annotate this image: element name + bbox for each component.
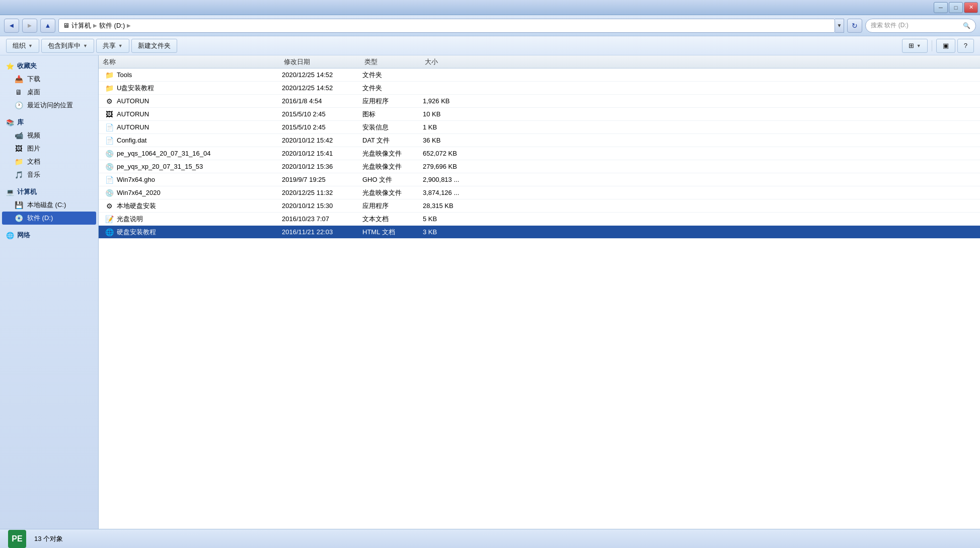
file-size: 3,874,126 ... — [423, 189, 483, 196]
toolbar-separator — [932, 40, 932, 51]
file-size: 1 KB — [423, 123, 483, 131]
back-button[interactable]: ◄ — [4, 19, 19, 33]
sidebar-favorites-header[interactable]: ⭐ 收藏夹 — [2, 59, 96, 73]
localc-icon: 💾 — [14, 200, 23, 210]
music-icon: 🎵 — [14, 170, 23, 179]
sidebar-item-localc[interactable]: 💾 本地磁盘 (C:) — [2, 198, 96, 212]
view-icon: ⊞ — [909, 42, 914, 49]
new-folder-label: 新建文件夹 — [138, 41, 171, 50]
col-header-name[interactable]: 名称 — [101, 57, 282, 66]
organize-dropdown-arrow: ▼ — [28, 43, 33, 48]
include-library-button[interactable]: 包含到库中 ▼ — [41, 39, 94, 53]
view-button[interactable]: ⊞ ▼ — [902, 39, 928, 53]
table-row[interactable]: 📄 AUTORUN 2015/5/10 2:45 安装信息 1 KB — [99, 121, 980, 134]
computer-breadcrumb-text[interactable]: 计算机 — [71, 21, 91, 30]
up-button[interactable]: ▲ — [40, 19, 55, 33]
organize-button[interactable]: 组织 ▼ — [6, 39, 39, 53]
download-icon: 📥 — [14, 75, 23, 84]
file-name: Win7x64_2020 — [117, 189, 161, 196]
file-icon: 💿 — [105, 162, 114, 171]
sidebar-item-desktop[interactable]: 🖥 桌面 — [2, 86, 96, 99]
status-logo: PE — [8, 530, 26, 548]
refresh-button[interactable]: ↻ — [847, 19, 862, 33]
col-header-date[interactable]: 修改日期 — [282, 57, 362, 66]
sidebar-computer-section: 💻 计算机 💾 本地磁盘 (C:) 💿 软件 (D:) — [2, 185, 96, 225]
table-row[interactable]: 🌐 硬盘安装教程 2016/11/21 22:03 HTML 文档 3 KB — [99, 226, 980, 239]
preview-icon: ▣ — [943, 42, 949, 49]
download-label: 下载 — [27, 75, 40, 84]
maximize-button[interactable]: □ — [949, 2, 963, 13]
file-icon: 📄 — [105, 136, 114, 145]
table-row[interactable]: ⚙ AUTORUN 2016/1/8 4:54 应用程序 1,926 KB — [99, 95, 980, 108]
file-name: Win7x64.gho — [117, 176, 155, 183]
file-type: 文本文档 — [362, 215, 423, 224]
file-size: 10 KB — [423, 110, 483, 118]
computer-icon: 💻 — [6, 188, 14, 196]
file-date: 2019/9/7 19:25 — [282, 176, 362, 183]
include-library-dropdown-arrow: ▼ — [83, 43, 88, 48]
file-list: 📁 Tools 2020/12/25 14:52 文件夹 📁 U盘安装教程 20… — [99, 68, 980, 529]
sidebar-network-header[interactable]: 🌐 网络 — [2, 229, 96, 242]
sidebar-item-software[interactable]: 💿 软件 (D:) — [2, 212, 96, 225]
file-date: 2016/10/23 7:07 — [282, 215, 362, 223]
forward-button[interactable]: ► — [22, 19, 37, 33]
document-label: 文档 — [27, 157, 40, 166]
picture-icon: 🖼 — [14, 144, 23, 153]
file-name: Tools — [117, 71, 132, 79]
video-icon: 📹 — [14, 131, 23, 140]
table-row[interactable]: 💿 Win7x64_2020 2020/12/25 11:32 光盘映像文件 3… — [99, 186, 980, 199]
sidebar-item-download[interactable]: 📥 下载 — [2, 73, 96, 86]
sidebar-item-picture[interactable]: 🖼 图片 — [2, 142, 96, 155]
recent-icon: 🕐 — [14, 101, 23, 110]
main-layout: ⭐ 收藏夹 📥 下载 🖥 桌面 🕐 最近访问的位置 📚 库 📹 — [0, 55, 980, 529]
file-type: 光盘映像文件 — [362, 149, 423, 158]
sidebar-library-header[interactable]: 📚 库 — [2, 116, 96, 129]
table-row[interactable]: 📄 Win7x64.gho 2019/9/7 19:25 GHO 文件 2,90… — [99, 173, 980, 186]
software-breadcrumb-text[interactable]: 软件 (D:) — [99, 21, 125, 30]
music-label: 音乐 — [27, 170, 40, 179]
table-row[interactable]: 💿 pe_yqs_xp_20_07_31_15_53 2020/10/12 15… — [99, 160, 980, 173]
include-library-label: 包含到库中 — [48, 41, 81, 50]
file-icon: 📁 — [105, 84, 114, 93]
preview-button[interactable]: ▣ — [936, 39, 955, 53]
file-type: 文件夹 — [362, 71, 423, 80]
localc-label: 本地磁盘 (C:) — [27, 200, 66, 210]
table-row[interactable]: 📁 U盘安装教程 2020/12/25 14:52 文件夹 — [99, 82, 980, 95]
search-box[interactable]: 搜索 软件 (D:) 🔍 — [865, 19, 976, 33]
minimize-button[interactable]: ─ — [934, 2, 948, 13]
sidebar-item-video[interactable]: 📹 视频 — [2, 129, 96, 142]
new-folder-button[interactable]: 新建文件夹 — [131, 39, 177, 53]
table-row[interactable]: 🖼 AUTORUN 2015/5/10 2:45 图标 10 KB — [99, 108, 980, 121]
sidebar-item-music[interactable]: 🎵 音乐 — [2, 168, 96, 181]
sidebar: ⭐ 收藏夹 📥 下载 🖥 桌面 🕐 最近访问的位置 📚 库 📹 — [0, 55, 99, 529]
file-type: HTML 文档 — [362, 228, 423, 237]
table-row[interactable]: ⚙ 本地硬盘安装 2020/10/12 15:30 应用程序 28,315 KB — [99, 199, 980, 213]
file-size: 5 KB — [423, 215, 483, 223]
file-icon: 📄 — [105, 123, 114, 132]
close-button[interactable]: ✕ — [964, 2, 978, 13]
document-icon: 📁 — [14, 157, 23, 166]
file-type: 安装信息 — [362, 123, 423, 132]
table-row[interactable]: 💿 pe_yqs_1064_20_07_31_16_04 2020/10/12 … — [99, 147, 980, 160]
col-header-size[interactable]: 大小 — [423, 57, 483, 66]
sidebar-computer-header[interactable]: 💻 计算机 — [2, 185, 96, 198]
col-header-type[interactable]: 类型 — [362, 57, 423, 66]
sidebar-item-recent[interactable]: 🕐 最近访问的位置 — [2, 99, 96, 112]
file-date: 2020/10/12 15:42 — [282, 136, 362, 144]
sidebar-item-document[interactable]: 📁 文档 — [2, 155, 96, 168]
help-button[interactable]: ? — [957, 39, 974, 53]
table-row[interactable]: 📝 光盘说明 2016/10/23 7:07 文本文档 5 KB — [99, 213, 980, 226]
file-size: 1,926 KB — [423, 97, 483, 105]
desktop-icon: 🖥 — [14, 88, 23, 97]
breadcrumb-dropdown[interactable]: ▼ — [835, 19, 844, 33]
table-row[interactable]: 📄 Config.dat 2020/10/12 15:42 DAT 文件 36 … — [99, 134, 980, 147]
file-name: 硬盘安装教程 — [117, 228, 156, 237]
video-label: 视频 — [27, 131, 40, 140]
computer-breadcrumb-icon: 🖥 — [63, 22, 69, 29]
picture-label: 图片 — [27, 144, 40, 153]
file-icon: 📁 — [105, 71, 114, 80]
table-row[interactable]: 📁 Tools 2020/12/25 14:52 文件夹 — [99, 68, 980, 82]
file-date: 2020/10/12 15:41 — [282, 150, 362, 157]
share-button[interactable]: 共享 ▼ — [96, 39, 129, 53]
file-icon: 🌐 — [105, 228, 114, 237]
